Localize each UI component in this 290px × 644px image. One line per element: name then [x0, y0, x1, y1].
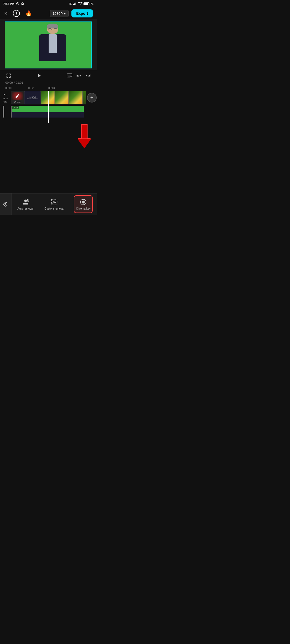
video-frame [5, 21, 92, 68]
mute-icon [3, 92, 8, 97]
alarm-icon [16, 2, 19, 5]
tool-items: Auto removal Custom removal [12, 193, 97, 215]
arrow-area [0, 123, 97, 150]
video-preview [0, 19, 97, 70]
sec-clip-3[interactable] [56, 106, 70, 118]
cover-thumbnail[interactable]: Cover [11, 91, 24, 104]
chroma-key-icon [79, 198, 87, 206]
playhead-line [48, 91, 49, 123]
sec-clip-0[interactable]: 16.0s [12, 106, 28, 118]
current-time: 00:00 [5, 81, 13, 84]
custom-removal-icon [50, 198, 58, 206]
caption-sync-button[interactable] [66, 72, 73, 79]
custom-removal-label: Custom removal [45, 207, 64, 210]
add-clip-button[interactable]: + [87, 93, 97, 103]
time-ruler: 00:00 00:02 00:04 • [3, 85, 94, 91]
signal-icon [73, 2, 77, 5]
sec-clip-1[interactable] [28, 106, 42, 118]
cover-edit-icon [15, 94, 20, 98]
close-button[interactable]: × [4, 10, 8, 17]
track-spacer [0, 106, 11, 118]
wifi-icon [78, 2, 82, 5]
mute-label: Mute [3, 97, 8, 100]
tracks-container: Mute clip Cover إيران زيد Benny OFIRAN [0, 91, 97, 123]
back-icon [3, 201, 9, 207]
auto-removal-tool[interactable]: Auto removal [16, 196, 35, 213]
text-clip[interactable]: إيران زيد Benny OFIRAN [24, 91, 41, 104]
time-display-area: 00:00 / 01:01 00:00 00:02 00:04 • [0, 81, 97, 91]
redo-button[interactable] [85, 72, 91, 79]
svg-point-10 [83, 202, 84, 203]
video-clip-3[interactable] [69, 91, 83, 104]
auto-removal-label: Auto removal [17, 207, 33, 210]
fullscreen-button[interactable] [5, 72, 12, 79]
resolution-button[interactable]: 1080P ▾ [50, 10, 69, 17]
red-arrow-indicator [77, 124, 91, 148]
top-bar: × ? 🔥 1080P ▾ Export [0, 8, 97, 19]
video-clip-1[interactable] [41, 91, 55, 104]
status-bar: 7:52 PM 4G 76 [0, 0, 97, 8]
video-clip-4[interactable] [83, 91, 86, 104]
undo-button[interactable] [76, 72, 82, 79]
back-button[interactable] [0, 193, 12, 215]
status-time: 7:52 PM [3, 2, 15, 5]
clip-duration-label: 16.0s [12, 106, 19, 109]
track-mute-control: Mute clip [0, 92, 11, 103]
cover-label: Cover [14, 101, 21, 104]
custom-removal-tool[interactable]: Custom removal [43, 196, 66, 213]
controls-bar [0, 70, 97, 81]
svg-rect-3 [76, 2, 76, 5]
battery-level: 76 [90, 2, 93, 5]
svg-rect-2 [75, 3, 75, 5]
settings-icon[interactable] [21, 2, 24, 5]
bottom-toolbar: Auto removal Custom removal [0, 193, 97, 215]
secondary-track-clips: 16.0s [11, 106, 97, 118]
sec-clip-2[interactable] [42, 106, 56, 118]
chroma-key-tool[interactable]: Chroma key [74, 195, 93, 213]
sec-clip-4[interactable] [70, 106, 84, 118]
total-time: 01:01 [16, 81, 23, 84]
help-circle-icon: ? [13, 10, 20, 17]
clip-label: clip [3, 100, 7, 103]
flame-button[interactable]: 🔥 [25, 10, 32, 17]
help-button[interactable]: ? [12, 9, 20, 17]
status-right: 4G 76 [69, 2, 93, 5]
chroma-key-label: Chroma key [76, 207, 90, 210]
export-button[interactable]: Export [71, 9, 93, 17]
auto-removal-icon [21, 198, 30, 206]
video-clips [41, 91, 86, 104]
svg-rect-0 [73, 4, 74, 5]
network-label: 4G [69, 2, 72, 5]
track-clips: إيران زيد Benny OFIRAN [24, 91, 86, 104]
video-clip-2[interactable] [55, 91, 69, 104]
battery-icon [84, 2, 89, 5]
svg-rect-1 [74, 3, 75, 5]
play-button[interactable] [35, 72, 42, 79]
